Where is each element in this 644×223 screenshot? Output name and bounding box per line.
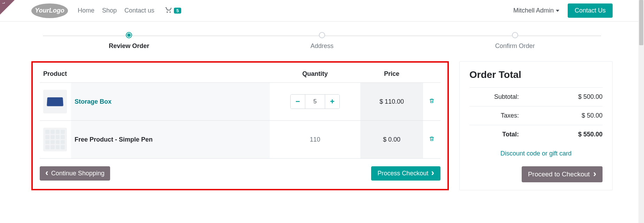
qty-increase-button[interactable]: + — [325, 95, 339, 109]
quantity-cell: − + — [270, 83, 360, 121]
process-checkout-button[interactable]: Process Checkout — [371, 166, 440, 181]
subtotal-label: Subtotal: — [469, 93, 561, 101]
nav-links: Home Shop Contact us — [78, 7, 154, 14]
remove-cell — [423, 83, 440, 121]
total-row: Total: $ 550.00 — [469, 125, 603, 144]
step-review-order[interactable]: Review Order — [109, 32, 149, 50]
chevron-down-icon — [556, 10, 559, 12]
cart-badge: 5 — [174, 8, 181, 14]
proceed-label: Proceed to Checkout — [528, 170, 590, 178]
user-name: Mitchell Admin — [513, 7, 554, 14]
cart-highlight-box: Product Quantity Price Storage — [31, 61, 449, 190]
th-actions — [423, 65, 440, 83]
subtotal-value: $ 500.00 — [561, 93, 603, 101]
edit-ribbon[interactable] — [0, 0, 15, 15]
cart-button[interactable]: 5 — [165, 6, 181, 15]
taxes-value: $ 50.00 — [561, 112, 603, 119]
product-link[interactable]: Storage Box — [75, 98, 112, 105]
qty-decrease-button[interactable]: − — [291, 95, 305, 109]
subtotal-row: Subtotal: $ 500.00 — [469, 87, 603, 106]
step-label: Confirm Order — [495, 42, 535, 50]
discount-code-link[interactable]: Discount code or gift card — [500, 150, 572, 157]
cart-table: Product Quantity Price Storage — [40, 65, 440, 159]
order-total-panel: Order Total Subtotal: $ 500.00 Taxes: $ … — [459, 61, 613, 190]
continue-shopping-label: Continue Shopping — [51, 170, 105, 177]
continue-shopping-button[interactable]: Continue Shopping — [40, 166, 110, 181]
cart-actions: Continue Shopping Process Checkout — [40, 166, 440, 181]
product-name: Free Product - Simple Pen — [75, 136, 153, 143]
scrollbar[interactable] — [638, 0, 644, 211]
step-address[interactable]: Address — [310, 32, 334, 50]
th-price: Price — [360, 65, 423, 83]
step-dot-icon — [319, 32, 325, 38]
nav-link-home[interactable]: Home — [78, 7, 94, 14]
user-menu[interactable]: Mitchell Admin — [513, 7, 559, 14]
product-image-cell — [40, 83, 71, 121]
cart-icon — [165, 6, 172, 15]
total-label: Total: — [469, 131, 561, 138]
chevron-right-icon — [431, 170, 434, 177]
chevron-left-icon — [45, 170, 48, 177]
table-row: Storage Box − + $ 110.00 — [40, 83, 440, 121]
price-cell: $ 110.00 — [360, 83, 423, 121]
quantity-cell: 110 — [270, 121, 360, 159]
step-dot-icon — [512, 32, 518, 38]
table-row: Free Product - Simple Pen 110 $ 0.00 — [40, 121, 440, 159]
contact-us-button[interactable]: Contact Us — [568, 3, 613, 18]
discount-link-wrap: Discount code or gift card — [469, 144, 603, 160]
logo[interactable]: YourLogo — [31, 3, 68, 18]
nav-link-contact[interactable]: Contact us — [124, 7, 154, 14]
process-checkout-label: Process Checkout — [377, 170, 428, 177]
taxes-label: Taxes: — [469, 112, 561, 119]
taxes-row: Taxes: $ 50.00 — [469, 106, 603, 125]
remove-cell — [423, 121, 440, 159]
product-image-cell — [40, 121, 71, 159]
step-label: Address — [310, 42, 334, 50]
trash-icon[interactable] — [429, 98, 435, 105]
qty-static: 110 — [310, 136, 320, 143]
step-label: Review Order — [109, 42, 149, 50]
logo-text: YourLogo — [35, 7, 64, 14]
scrollbar-thumb[interactable] — [639, 0, 643, 45]
product-image[interactable] — [43, 128, 67, 151]
chevron-right-icon — [593, 170, 596, 178]
th-quantity: Quantity — [270, 65, 360, 83]
quantity-stepper: − + — [290, 94, 340, 109]
th-product: Product — [40, 65, 270, 83]
price-cell: $ 0.00 — [360, 121, 423, 159]
checkout-stepper: Review Order Address Confirm Order — [31, 32, 613, 53]
total-value: $ 550.00 — [561, 131, 603, 138]
step-confirm-order[interactable]: Confirm Order — [495, 32, 535, 50]
proceed-to-checkout-button[interactable]: Proceed to Checkout — [522, 166, 603, 182]
navbar: YourLogo Home Shop Contact us 5 Mitchell… — [0, 0, 644, 22]
product-name-cell: Storage Box — [71, 83, 270, 121]
product-image[interactable] — [43, 90, 67, 113]
order-total-title: Order Total — [469, 69, 603, 80]
product-name-cell: Free Product - Simple Pen — [71, 121, 270, 159]
qty-input[interactable] — [305, 95, 325, 109]
step-dot-icon — [126, 32, 132, 38]
nav-link-shop[interactable]: Shop — [102, 7, 117, 14]
trash-icon[interactable] — [429, 136, 435, 143]
